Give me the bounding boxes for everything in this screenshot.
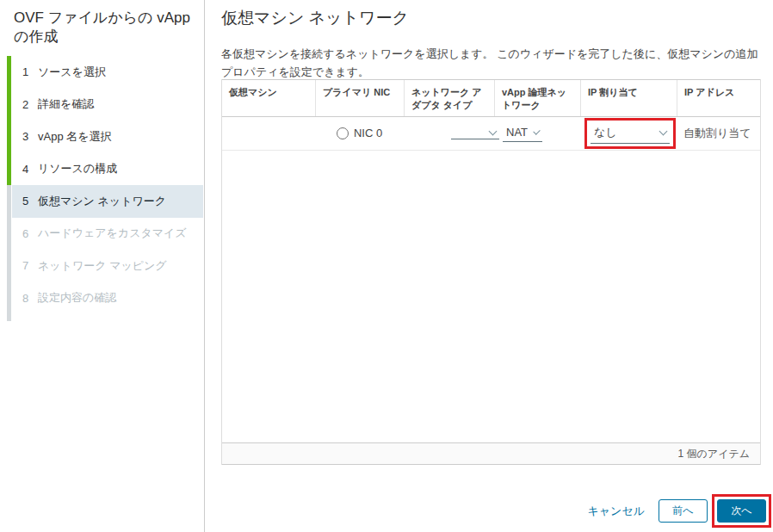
column-header-ip-address: IP アドレス bbox=[677, 80, 760, 116]
step-number: 3 bbox=[22, 130, 38, 143]
cell-adapter-type bbox=[404, 127, 494, 139]
red-annotation-box-next: 次へ bbox=[712, 494, 771, 528]
step-configure-resources[interactable]: 4 リソースの構成 bbox=[0, 153, 203, 186]
wizard-action-buttons: キャンセル 前へ 次へ bbox=[587, 494, 771, 528]
ip-mode-value: なし bbox=[594, 125, 617, 140]
step-select-vapp-name[interactable]: 3 vApp 名を選択 bbox=[0, 121, 203, 153]
vm-network-datagrid: 仮想マシン プライマリ NIC ネットワーク アダプタ タイプ vApp 論理ネ… bbox=[221, 79, 761, 465]
step-review-settings: 8 設定内容の確認 bbox=[0, 282, 203, 315]
column-header-vapp-network: vApp 論理ネットワーク bbox=[494, 80, 580, 116]
cell-vapp-network: NAT bbox=[494, 124, 580, 142]
red-annotation-box-ip-mode: なし bbox=[584, 118, 676, 149]
progress-bar-completed bbox=[7, 56, 11, 185]
step-network-mapping: 7 ネットワーク マッピング bbox=[0, 250, 203, 282]
step-vm-network-current[interactable]: 5 仮想マシン ネットワーク bbox=[12, 185, 203, 218]
nic0-radio-button[interactable] bbox=[337, 127, 349, 139]
step-label: 仮想マシン ネットワーク bbox=[38, 194, 166, 209]
step-label: ソースを選択 bbox=[38, 65, 106, 80]
nic0-label: NIC 0 bbox=[354, 127, 382, 139]
wizard-title: OVF ファイルからの vApp の作成 bbox=[0, 0, 204, 46]
datagrid-footer-count: 1 個のアイテム bbox=[222, 442, 760, 465]
column-header-vm: 仮想マシン bbox=[222, 80, 315, 116]
next-button[interactable]: 次へ bbox=[717, 499, 766, 523]
column-header-adapter-type: ネットワーク アダプタ タイプ bbox=[404, 80, 494, 116]
step-label: 詳細を確認 bbox=[38, 96, 94, 112]
cell-ip-mode: なし bbox=[580, 118, 677, 149]
step-number: 7 bbox=[22, 259, 38, 272]
vapp-network-value: NAT bbox=[506, 126, 528, 139]
vapp-network-select[interactable]: NAT bbox=[503, 124, 542, 142]
step-number: 4 bbox=[22, 163, 38, 176]
cancel-button[interactable]: キャンセル bbox=[587, 504, 645, 519]
step-label: ハードウェアをカスタマイズ bbox=[38, 226, 187, 241]
step-number: 6 bbox=[22, 227, 38, 240]
step-review-details[interactable]: 2 詳細を確認 bbox=[0, 89, 203, 121]
datagrid-empty-area bbox=[222, 151, 760, 442]
page-title: 仮想マシン ネットワーク bbox=[205, 0, 773, 29]
datagrid-header: 仮想マシン プライマリ NIC ネットワーク アダプタ タイプ vApp 論理ネ… bbox=[222, 79, 760, 117]
progress-bar-remaining bbox=[7, 185, 11, 321]
cell-ip-address: 自動割り当て bbox=[677, 126, 760, 141]
column-header-ip-mode: IP 割り当て bbox=[580, 80, 677, 116]
step-select-source[interactable]: 1 ソースを選択 bbox=[0, 56, 203, 89]
step-label: ネットワーク マッピング bbox=[38, 258, 167, 274]
wizard-steps: 1 ソースを選択 2 詳細を確認 3 vApp 名を選択 4 リソースの構成 5… bbox=[0, 56, 203, 314]
back-button[interactable]: 前へ bbox=[659, 499, 708, 523]
step-number: 8 bbox=[22, 292, 38, 305]
cell-primary-nic: NIC 0 bbox=[315, 127, 404, 139]
ip-address-value: 自動割り当て bbox=[683, 126, 751, 141]
table-row: NIC 0 NAT なし bbox=[222, 117, 760, 151]
wizard-main-panel: 仮想マシン ネットワーク 各仮想マシンを接続するネットワークを選択します。 この… bbox=[205, 0, 773, 532]
step-label: vApp 名を選択 bbox=[38, 129, 112, 145]
step-customize-hardware: 6 ハードウェアをカスタマイズ bbox=[0, 218, 203, 251]
adapter-type-select[interactable] bbox=[451, 127, 499, 139]
step-number: 1 bbox=[22, 65, 38, 78]
chevron-down-icon bbox=[533, 127, 540, 134]
step-number: 5 bbox=[22, 195, 38, 207]
ip-mode-select[interactable]: なし bbox=[591, 123, 670, 144]
wizard-sidebar: OVF ファイルからの vApp の作成 1 ソースを選択 2 詳細を確認 3 … bbox=[0, 0, 205, 532]
step-number: 2 bbox=[22, 98, 38, 111]
chevron-down-icon bbox=[659, 127, 668, 136]
column-header-primary-nic: プライマリ NIC bbox=[315, 80, 404, 116]
page-description: 各仮想マシンを接続するネットワークを選択します。 このウィザードを完了した後に、… bbox=[221, 46, 760, 82]
step-label: リソースの構成 bbox=[38, 161, 117, 176]
step-label: 設定内容の確認 bbox=[38, 290, 116, 306]
